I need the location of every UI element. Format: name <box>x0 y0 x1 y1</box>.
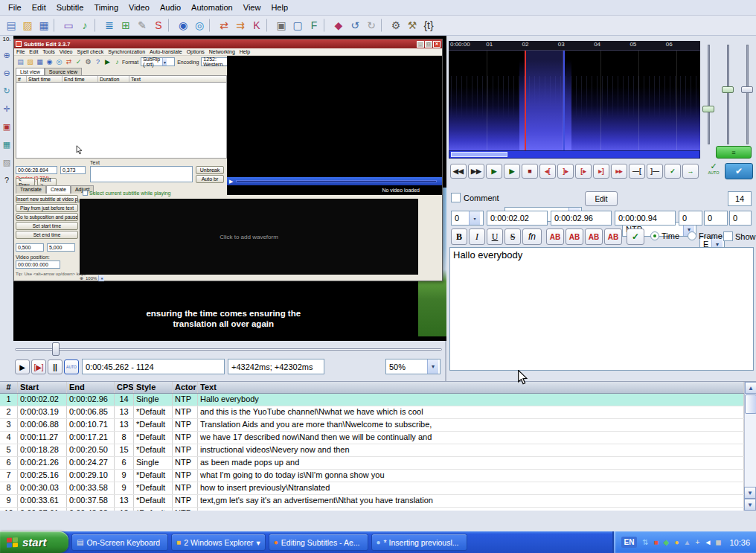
se-menu-item[interactable]: File <box>14 49 27 54</box>
menu-item[interactable]: Automation <box>186 1 238 13</box>
toggle-tags-icon[interactable]: {t} <box>420 18 437 33</box>
show-checkbox[interactable]: Show <box>723 231 756 241</box>
audio-play-500-after-button[interactable]: ]▸ <box>557 164 574 179</box>
se-select-current-checkbox[interactable]: Select current subtitle while playing <box>83 191 170 196</box>
sep[interactable] <box>381 19 386 32</box>
table-row[interactable]: 8 0:00:30.03 0:00:33.58 9 *Default NTP h… <box>0 482 744 495</box>
se-title-bar[interactable]: Subtitle Edit 3.3.7 _ □ ✕ <box>14 39 442 48</box>
comment-checkbox[interactable]: Comment <box>451 193 499 202</box>
task-aegisub-inserting[interactable]: ● * Inserting previousl... <box>371 534 467 551</box>
se-create-button[interactable]: Go to subposition and pause <box>16 213 78 221</box>
se-menu-item[interactable]: Help <box>237 49 252 54</box>
audio-lead-in-button[interactable]: —[ <box>629 164 645 179</box>
audio-commit-edit-button[interactable]: ✔ <box>725 163 753 179</box>
kanji-timer-icon[interactable]: K <box>249 18 265 33</box>
tray-antivirus-icon[interactable]: ■ <box>650 538 661 546</box>
se-create-button[interactable]: Play from just before text <box>16 204 78 212</box>
primary-color-button[interactable]: AB <box>546 228 564 245</box>
tray-network-icon[interactable]: ⇅ <box>640 538 650 546</box>
tray-volume-icon[interactable]: ◄ <box>702 538 713 546</box>
shadow-color-button[interactable]: AB <box>604 228 622 245</box>
audio-prev-line-button[interactable]: ◀◀ <box>450 164 467 179</box>
se-waveform-icon[interactable]: ♪ <box>112 57 122 67</box>
tray-messenger-icon[interactable]: ◆ <box>661 538 671 546</box>
audio-zoom-slider-thumb[interactable] <box>702 106 714 112</box>
se-find-icon[interactable]: ◉ <box>45 57 54 67</box>
automation-icon[interactable]: ◆ <box>330 18 347 33</box>
replace-icon[interactable]: ◎ <box>191 18 208 33</box>
se-menu-item[interactable]: Video <box>57 49 75 54</box>
underline-button[interactable]: U <box>487 228 503 245</box>
margin-left-field[interactable]: 0 <box>679 211 702 226</box>
timing-postprocessor-icon[interactable]: ⇉ <box>232 18 249 33</box>
se-maximize-button[interactable]: □ <box>425 41 432 48</box>
commit-button[interactable]: ✓ <box>627 228 644 245</box>
spell-checker-icon[interactable]: S <box>150 18 167 33</box>
sep[interactable] <box>94 19 100 32</box>
menu-item[interactable]: Edit <box>27 1 51 13</box>
audio-scroll-thumb[interactable] <box>451 152 507 157</box>
video-play-button[interactable]: ▶ <box>15 359 30 374</box>
table-row[interactable]: 1 0:00:02.02 0:00:02.96 14 Single NTP Ha… <box>0 394 744 406</box>
se-video-player[interactable]: ▶ <box>227 56 442 185</box>
time-radio[interactable]: Time <box>650 231 679 240</box>
options-icon[interactable]: ⚙ <box>388 18 404 33</box>
table-row[interactable]: 10 0:00:37.61 0:00:43.98 13 *Default NTP <box>0 508 744 511</box>
scroll-thumb[interactable] <box>745 394 756 414</box>
chevron-down-icon[interactable] <box>427 359 438 374</box>
audio-selection[interactable] <box>525 51 565 150</box>
audio-spectrogram[interactable]: 0:00:00010203040506 <box>449 41 700 150</box>
zoom-in-icon[interactable]: ⊕ <box>1 49 13 61</box>
video-pause-button[interactable]: || <box>48 359 63 374</box>
spinner-arrows-icon[interactable] <box>469 211 480 225</box>
task-onscreen-keyboard[interactable]: ▤ On-Screen Keyboard <box>71 534 168 551</box>
se-player-progress[interactable] <box>236 180 437 182</box>
se-menu-item[interactable]: Spell check <box>74 49 106 54</box>
se-zoom-icon[interactable]: ⊕ <box>80 275 83 281</box>
font-face-button[interactable]: fn <box>522 228 542 245</box>
scroll-up-button[interactable]: ▲ <box>745 382 756 394</box>
se-format-combo[interactable]: SubRip (.srt) <box>141 57 175 66</box>
color-box-icon[interactable]: ▣ <box>1 121 13 132</box>
save-subtitles-icon[interactable]: ▦ <box>36 18 52 33</box>
table-row[interactable]: 4 0:00:11.27 0:00:17.21 8 *Default NTP w… <box>0 432 744 444</box>
se-menu-item[interactable]: Tools <box>40 49 57 54</box>
audio-zoom-slider-track[interactable] <box>708 45 710 144</box>
task-windows-explorer-group[interactable]: ■ 2 Windows Explorer ▾ <box>171 534 266 551</box>
menu-item[interactable]: Subtitle <box>51 1 89 13</box>
audio-auto-commit-toggle[interactable]: ✓ AUTO <box>705 162 722 175</box>
se-tab-translate[interactable]: Translate <box>16 185 46 194</box>
help-icon[interactable]: ? <box>1 174 13 186</box>
se-subtitle-list[interactable] <box>16 83 227 159</box>
italic-button[interactable]: I <box>469 228 485 245</box>
seek-thumb[interactable] <box>52 342 60 356</box>
layers-icon[interactable]: ▨ <box>1 156 13 168</box>
audio-play-to-end-button[interactable]: ▸▸ <box>611 164 627 179</box>
sep[interactable] <box>209 19 214 32</box>
layer-spinner[interactable]: 0 <box>451 211 484 226</box>
audio-play-first-500-button[interactable]: [▸ <box>575 164 592 179</box>
table-row[interactable]: 3 0:00:06.88 0:00:10.71 13 *Default NTP … <box>0 419 744 432</box>
table-row[interactable]: 7 0:00:25.16 0:00:29.10 9 *Default NTP w… <box>0 470 744 482</box>
clock[interactable]: 10:36 <box>729 538 750 547</box>
se-visual-sync-icon[interactable]: ⇄ <box>64 57 74 67</box>
language-indicator[interactable]: EN <box>621 537 638 548</box>
audio-goto-button[interactable]: → <box>682 164 699 179</box>
properties-icon[interactable]: ≣ <box>101 18 118 33</box>
video-autoscroll-toggle[interactable]: AUTO <box>64 359 79 374</box>
video-play-line-button[interactable]: [▶] <box>31 359 46 374</box>
se-autobr-button[interactable]: Auto br <box>196 175 224 183</box>
se-text-field[interactable] <box>90 166 193 182</box>
styles-manager-icon[interactable]: ⊞ <box>118 18 134 33</box>
table-row[interactable]: 6 0:00:21.26 0:00:24.27 6 Single NTP as … <box>0 457 744 470</box>
se-play-icon[interactable]: ▶ <box>103 57 112 67</box>
tray-updates-icon[interactable]: ● <box>671 538 682 546</box>
start-button[interactable]: start <box>0 531 68 553</box>
tray-scheduler-icon[interactable]: ◼ <box>713 538 723 546</box>
new-subtitles-icon[interactable]: ▤ <box>3 18 19 33</box>
frame-radio[interactable]: Frame <box>688 231 723 240</box>
bold-button[interactable]: B <box>451 228 467 245</box>
menu-item[interactable]: File <box>3 1 27 13</box>
sep[interactable] <box>266 19 272 32</box>
menu-item[interactable]: Audio <box>155 1 186 13</box>
